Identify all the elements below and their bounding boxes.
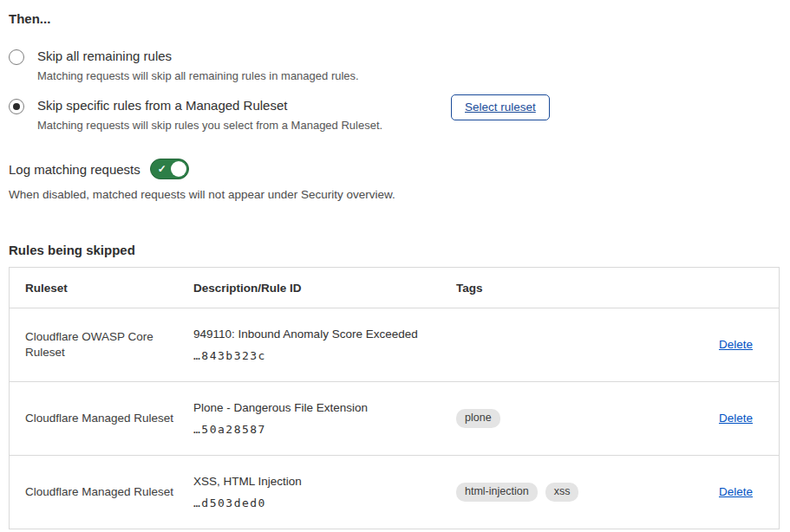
then-heading: Then... bbox=[9, 10, 780, 27]
tags-cell: html-injection xss bbox=[441, 483, 653, 502]
table-header-row: Ruleset Description/Rule ID Tags bbox=[10, 268, 779, 308]
rule-id: …d503ded0 bbox=[193, 496, 441, 511]
log-matching-row: Log matching requests ✓ bbox=[9, 159, 780, 179]
rules-skipped-table: Ruleset Description/Rule ID Tags Cloudfl… bbox=[9, 267, 780, 529]
option-skip-all-label[interactable]: Skip all remaining rules bbox=[37, 48, 441, 64]
table-row: Cloudflare Managed Ruleset XSS, HTML Inj… bbox=[10, 455, 779, 529]
tag-badge: html-injection bbox=[456, 483, 538, 502]
rule-id: …843b323c bbox=[193, 348, 441, 364]
tag-badge: xss bbox=[545, 483, 579, 502]
ruleset-name: Cloudflare Managed Ruleset bbox=[10, 484, 178, 500]
ruleset-name: Cloudflare Managed Ruleset bbox=[10, 411, 178, 426]
log-matching-label: Log matching requests bbox=[9, 162, 140, 177]
column-header-description: Description/Rule ID bbox=[178, 282, 441, 295]
delete-rule-link[interactable]: Delete bbox=[719, 412, 753, 425]
rule-description: 949110: Inbound Anomaly Score Exceeded bbox=[193, 327, 441, 342]
actions-cell: Delete bbox=[653, 337, 779, 353]
select-ruleset-button[interactable]: Select ruleset bbox=[451, 94, 550, 120]
option-skip-specific-label[interactable]: Skip specific rules from a Managed Rules… bbox=[37, 97, 441, 114]
ruleset-name: Cloudflare OWASP Core Ruleset bbox=[10, 329, 178, 360]
actions-cell: Delete bbox=[653, 484, 779, 500]
option-skip-all: Skip all remaining rules Matching reques… bbox=[9, 48, 780, 83]
tags-cell: plone bbox=[441, 409, 653, 428]
option-skip-specific: Skip specific rules from a Managed Rules… bbox=[9, 97, 780, 133]
log-matching-note: When disabled, matched requests will not… bbox=[9, 187, 780, 202]
rule-description-cell: 949110: Inbound Anomaly Score Exceeded …… bbox=[178, 327, 441, 364]
table-row: Cloudflare OWASP Core Ruleset 949110: In… bbox=[10, 308, 779, 381]
option-skip-specific-description: Matching requests will skip rules you se… bbox=[37, 118, 441, 133]
option-skip-all-description: Matching requests will skip all remainin… bbox=[37, 68, 441, 83]
rule-id: …50a28587 bbox=[193, 422, 441, 438]
rule-description-cell: Plone - Dangerous File Extension …50a285… bbox=[178, 400, 441, 438]
rule-description: XSS, HTML Injection bbox=[193, 474, 441, 490]
radio-skip-all[interactable] bbox=[9, 49, 24, 65]
rule-description: Plone - Dangerous File Extension bbox=[193, 400, 441, 416]
tag-badge: plone bbox=[456, 409, 500, 428]
rule-description-cell: XSS, HTML Injection …d503ded0 bbox=[178, 474, 441, 511]
column-header-ruleset: Ruleset bbox=[10, 282, 178, 295]
column-header-tags: Tags bbox=[441, 282, 653, 295]
actions-cell: Delete bbox=[653, 411, 779, 426]
delete-rule-link[interactable]: Delete bbox=[719, 485, 753, 498]
check-icon: ✓ bbox=[158, 164, 166, 174]
waf-rule-form: Then... Skip all remaining rules Matchin… bbox=[0, 0, 790, 529]
toggle-knob bbox=[171, 161, 186, 177]
radio-skip-specific[interactable] bbox=[9, 99, 24, 114]
table-row: Cloudflare Managed Ruleset Plone - Dange… bbox=[10, 381, 779, 455]
delete-rule-link[interactable]: Delete bbox=[719, 338, 753, 351]
log-matching-toggle[interactable]: ✓ bbox=[150, 159, 189, 179]
rules-skipped-heading: Rules being skipped bbox=[9, 242, 780, 258]
